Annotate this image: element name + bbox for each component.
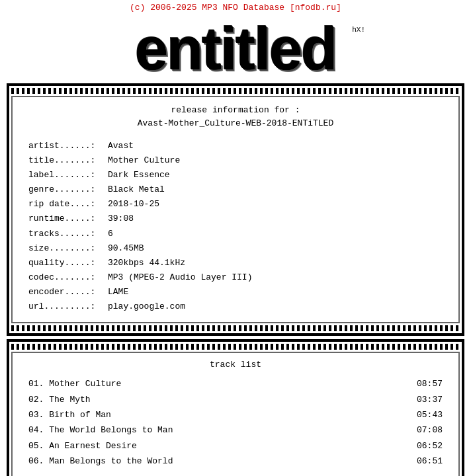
logo-area: entitled hX! <box>0 14 471 81</box>
track-name: 05. An Earnest Desire <box>28 438 409 454</box>
info-label: size........: <box>28 241 108 256</box>
info-value: 320kbps 44.1kHz <box>108 256 443 270</box>
track-name: 06. Man Belongs to the World <box>28 454 409 469</box>
info-row: codec.......: MP3 (MPEG-2 Audio Layer II… <box>28 270 443 285</box>
track-name: 03. Birth of Man <box>28 407 409 422</box>
info-row: url.........: play.google.com <box>28 299 443 314</box>
release-panel: release information for : Avast-Mother_C… <box>7 83 464 336</box>
info-row: rip date....: 2018-10-25 <box>28 197 443 212</box>
info-value: 2018-10-25 <box>108 197 443 212</box>
release-info-table: artist......: Avasttitle.......: Mother … <box>28 139 443 314</box>
info-row: tracks......: 6 <box>28 227 443 241</box>
info-label: artist......: <box>28 139 108 153</box>
track-row: 01. Mother Culture08:57 <box>28 376 443 391</box>
info-value: Dark Essence <box>108 168 443 182</box>
info-value: 6 <box>108 227 443 241</box>
info-label: quality.....: <box>28 256 108 270</box>
info-label: genre.......: <box>28 182 108 197</box>
info-value: LAME <box>108 285 443 299</box>
info-row: title.......: Mother Culture <box>28 153 443 168</box>
track-duration: 08:57 <box>409 376 443 391</box>
track-row: 03. Birth of Man05:43 <box>28 407 443 422</box>
logo-text: entitled <box>0 19 471 79</box>
info-label: url.........: <box>28 299 108 314</box>
tracklist-title: track list <box>28 360 443 370</box>
info-label: runtime.....: <box>28 212 108 226</box>
info-row: genre.......: Black Metal <box>28 182 443 197</box>
info-label: codec.......: <box>28 270 108 285</box>
release-header: release information for : Avast-Mother_C… <box>28 104 443 130</box>
info-value: Black Metal <box>108 182 443 197</box>
top-hatch <box>11 88 460 94</box>
info-value: MP3 (MPEG-2 Audio Layer III) <box>108 270 443 285</box>
track-name: 04. The World Belongs to Man <box>28 422 409 438</box>
tracklist-panel: track list 01. Mother Culture08:5702. Th… <box>7 339 464 476</box>
copyright-text: (c) 2006-2025 MP3 NFO Database [nfodb.ru… <box>0 0 471 14</box>
track-duration: 03:37 <box>409 392 443 407</box>
track-duration: 06:51 <box>409 454 443 469</box>
info-row: runtime.....: 39:08 <box>28 212 443 226</box>
info-label: label.......: <box>28 168 108 182</box>
track-row: 05. An Earnest Desire06:52 <box>28 438 443 454</box>
info-value: play.google.com <box>108 299 443 314</box>
track-list: 01. Mother Culture08:5702. The Myth03:37… <box>28 376 443 469</box>
track-duration: 07:08 <box>409 422 443 438</box>
info-value: 90.45MB <box>108 241 443 256</box>
track-name: 02. The Myth <box>28 392 409 407</box>
info-value: Mother Culture <box>108 153 443 168</box>
info-row: encoder.....: LAME <box>28 285 443 299</box>
info-label: encoder.....: <box>28 285 108 299</box>
track-row: 06. Man Belongs to the World06:51 <box>28 454 443 469</box>
info-row: quality.....: 320kbps 44.1kHz <box>28 256 443 270</box>
info-row: size........: 90.45MB <box>28 241 443 256</box>
bottom-hatch <box>11 325 460 331</box>
info-label: rip date....: <box>28 197 108 212</box>
info-value: Avast <box>108 139 443 153</box>
info-label: title.......: <box>28 153 108 168</box>
track-row: 04. The World Belongs to Man07:08 <box>28 422 443 438</box>
tracklist-top-hatch <box>11 344 460 350</box>
info-label: tracks......: <box>28 227 108 241</box>
hx-badge: hX! <box>352 26 365 34</box>
info-value: 39:08 <box>108 212 443 226</box>
track-duration: 06:52 <box>409 438 443 454</box>
track-name: 01. Mother Culture <box>28 376 409 391</box>
track-row: 02. The Myth03:37 <box>28 392 443 407</box>
track-duration: 05:43 <box>409 407 443 422</box>
info-row: label.......: Dark Essence <box>28 168 443 182</box>
info-row: artist......: Avast <box>28 139 443 153</box>
